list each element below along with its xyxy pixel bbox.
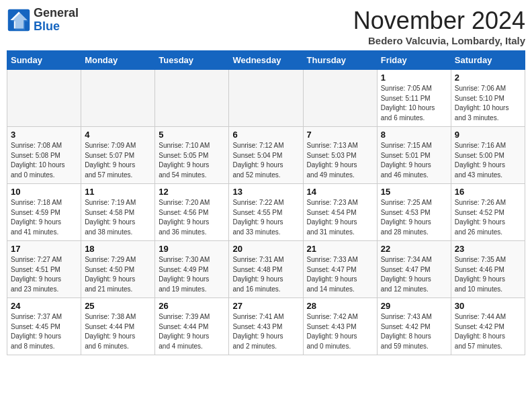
day-cell: 11Sunrise: 7:19 AMSunset: 4:58 PMDayligh…	[81, 184, 155, 241]
day-info: Sunrise: 7:18 AMSunset: 4:59 PMDaylight:…	[11, 198, 77, 237]
day-cell: 2Sunrise: 7:06 AMSunset: 5:10 PMDaylight…	[451, 70, 525, 127]
day-info: Sunrise: 7:19 AMSunset: 4:58 PMDaylight:…	[85, 198, 151, 237]
logo-general: General	[34, 6, 79, 19]
day-number: 22	[381, 244, 447, 254]
day-header-friday: Friday	[377, 51, 451, 70]
day-number: 1	[381, 73, 447, 83]
day-number: 18	[85, 244, 151, 254]
day-number: 24	[11, 301, 77, 311]
day-number: 2	[455, 73, 521, 83]
day-number: 11	[85, 187, 151, 197]
day-header-wednesday: Wednesday	[229, 51, 303, 70]
day-cell	[7, 70, 81, 127]
day-info: Sunrise: 7:23 AMSunset: 4:54 PMDaylight:…	[307, 198, 373, 237]
day-number: 5	[159, 130, 225, 140]
day-info: Sunrise: 7:09 AMSunset: 5:07 PMDaylight:…	[85, 141, 151, 180]
day-info: Sunrise: 7:20 AMSunset: 4:56 PMDaylight:…	[159, 198, 225, 237]
day-cell: 6Sunrise: 7:12 AMSunset: 5:04 PMDaylight…	[229, 127, 303, 184]
day-header-sunday: Sunday	[7, 51, 81, 70]
day-info: Sunrise: 7:42 AMSunset: 4:43 PMDaylight:…	[307, 312, 373, 351]
day-info: Sunrise: 7:35 AMSunset: 4:46 PMDaylight:…	[455, 255, 521, 294]
day-number: 16	[455, 187, 521, 197]
day-info: Sunrise: 7:31 AMSunset: 4:48 PMDaylight:…	[232, 255, 299, 294]
logo-blue: Blue	[34, 19, 60, 33]
day-info: Sunrise: 7:34 AMSunset: 4:47 PMDaylight:…	[381, 255, 447, 294]
day-number: 21	[307, 244, 373, 254]
day-cell: 8Sunrise: 7:15 AMSunset: 5:01 PMDaylight…	[377, 127, 451, 184]
day-cell: 24Sunrise: 7:37 AMSunset: 4:45 PMDayligh…	[7, 298, 81, 355]
day-number: 26	[159, 301, 225, 311]
header: General Blue November 2024 Bedero Valcuv…	[7, 7, 525, 46]
week-row-3: 10Sunrise: 7:18 AMSunset: 4:59 PMDayligh…	[7, 184, 525, 241]
day-cell: 15Sunrise: 7:25 AMSunset: 4:53 PMDayligh…	[377, 184, 451, 241]
day-number: 23	[455, 244, 521, 254]
day-number: 4	[85, 130, 151, 140]
day-number: 15	[381, 187, 447, 197]
day-number: 28	[307, 301, 373, 311]
day-cell: 3Sunrise: 7:08 AMSunset: 5:08 PMDaylight…	[7, 127, 81, 184]
day-cell: 27Sunrise: 7:41 AMSunset: 4:43 PMDayligh…	[229, 298, 303, 355]
day-number: 30	[455, 301, 521, 311]
day-info: Sunrise: 7:43 AMSunset: 4:42 PMDaylight:…	[381, 312, 447, 351]
day-number: 29	[381, 301, 447, 311]
week-row-1: 1Sunrise: 7:05 AMSunset: 5:11 PMDaylight…	[7, 70, 525, 127]
day-cell: 28Sunrise: 7:42 AMSunset: 4:43 PMDayligh…	[303, 298, 377, 355]
day-number: 27	[232, 301, 299, 311]
day-number: 12	[159, 187, 225, 197]
day-number: 13	[232, 187, 299, 197]
calendar-table: SundayMondayTuesdayWednesdayThursdayFrid…	[7, 50, 525, 355]
day-number: 3	[11, 130, 77, 140]
day-header-monday: Monday	[81, 51, 155, 70]
day-info: Sunrise: 7:10 AMSunset: 5:05 PMDaylight:…	[159, 141, 225, 180]
day-cell	[155, 70, 229, 127]
day-number: 19	[159, 244, 225, 254]
day-number: 8	[381, 130, 447, 140]
day-cell: 1Sunrise: 7:05 AMSunset: 5:11 PMDaylight…	[377, 70, 451, 127]
day-info: Sunrise: 7:30 AMSunset: 4:49 PMDaylight:…	[159, 255, 225, 294]
day-number: 9	[455, 130, 521, 140]
day-info: Sunrise: 7:08 AMSunset: 5:08 PMDaylight:…	[11, 141, 77, 180]
day-cell: 26Sunrise: 7:39 AMSunset: 4:44 PMDayligh…	[155, 298, 229, 355]
day-number: 6	[232, 130, 299, 140]
day-number: 7	[307, 130, 373, 140]
day-cell: 12Sunrise: 7:20 AMSunset: 4:56 PMDayligh…	[155, 184, 229, 241]
day-cell: 19Sunrise: 7:30 AMSunset: 4:49 PMDayligh…	[155, 241, 229, 298]
week-row-5: 24Sunrise: 7:37 AMSunset: 4:45 PMDayligh…	[7, 298, 525, 355]
day-cell: 22Sunrise: 7:34 AMSunset: 4:47 PMDayligh…	[377, 241, 451, 298]
day-cell	[303, 70, 377, 127]
day-info: Sunrise: 7:38 AMSunset: 4:44 PMDaylight:…	[85, 312, 151, 351]
day-info: Sunrise: 7:33 AMSunset: 4:47 PMDaylight:…	[307, 255, 373, 294]
day-cell: 13Sunrise: 7:22 AMSunset: 4:55 PMDayligh…	[229, 184, 303, 241]
day-cell	[229, 70, 303, 127]
day-info: Sunrise: 7:26 AMSunset: 4:52 PMDaylight:…	[455, 198, 521, 237]
day-info: Sunrise: 7:44 AMSunset: 4:42 PMDaylight:…	[455, 312, 521, 351]
day-cell: 23Sunrise: 7:35 AMSunset: 4:46 PMDayligh…	[451, 241, 525, 298]
day-cell: 7Sunrise: 7:13 AMSunset: 5:03 PMDaylight…	[303, 127, 377, 184]
day-info: Sunrise: 7:29 AMSunset: 4:50 PMDaylight:…	[85, 255, 151, 294]
day-cell: 29Sunrise: 7:43 AMSunset: 4:42 PMDayligh…	[377, 298, 451, 355]
day-info: Sunrise: 7:12 AMSunset: 5:04 PMDaylight:…	[232, 141, 299, 180]
day-info: Sunrise: 7:27 AMSunset: 4:51 PMDaylight:…	[11, 255, 77, 294]
day-info: Sunrise: 7:22 AMSunset: 4:55 PMDaylight:…	[232, 198, 299, 237]
logo: General Blue	[7, 7, 79, 34]
day-cell: 20Sunrise: 7:31 AMSunset: 4:48 PMDayligh…	[229, 241, 303, 298]
day-info: Sunrise: 7:37 AMSunset: 4:45 PMDaylight:…	[11, 312, 77, 351]
day-cell: 25Sunrise: 7:38 AMSunset: 4:44 PMDayligh…	[81, 298, 155, 355]
day-cell: 14Sunrise: 7:23 AMSunset: 4:54 PMDayligh…	[303, 184, 377, 241]
day-number: 25	[85, 301, 151, 311]
title-area: November 2024 Bedero Valcuvia, Lombardy,…	[353, 7, 525, 46]
day-cell: 4Sunrise: 7:09 AMSunset: 5:07 PMDaylight…	[81, 127, 155, 184]
day-info: Sunrise: 7:39 AMSunset: 4:44 PMDaylight:…	[159, 312, 225, 351]
day-cell: 16Sunrise: 7:26 AMSunset: 4:52 PMDayligh…	[451, 184, 525, 241]
header-row: SundayMondayTuesdayWednesdayThursdayFrid…	[7, 51, 525, 70]
day-number: 10	[11, 187, 77, 197]
logo-text: General Blue	[34, 7, 79, 34]
day-info: Sunrise: 7:25 AMSunset: 4:53 PMDaylight:…	[381, 198, 447, 237]
day-cell: 17Sunrise: 7:27 AMSunset: 4:51 PMDayligh…	[7, 241, 81, 298]
day-number: 20	[232, 244, 299, 254]
day-cell: 9Sunrise: 7:16 AMSunset: 5:00 PMDaylight…	[451, 127, 525, 184]
day-cell: 21Sunrise: 7:33 AMSunset: 4:47 PMDayligh…	[303, 241, 377, 298]
day-cell: 5Sunrise: 7:10 AMSunset: 5:05 PMDaylight…	[155, 127, 229, 184]
week-row-4: 17Sunrise: 7:27 AMSunset: 4:51 PMDayligh…	[7, 241, 525, 298]
day-header-thursday: Thursday	[303, 51, 377, 70]
